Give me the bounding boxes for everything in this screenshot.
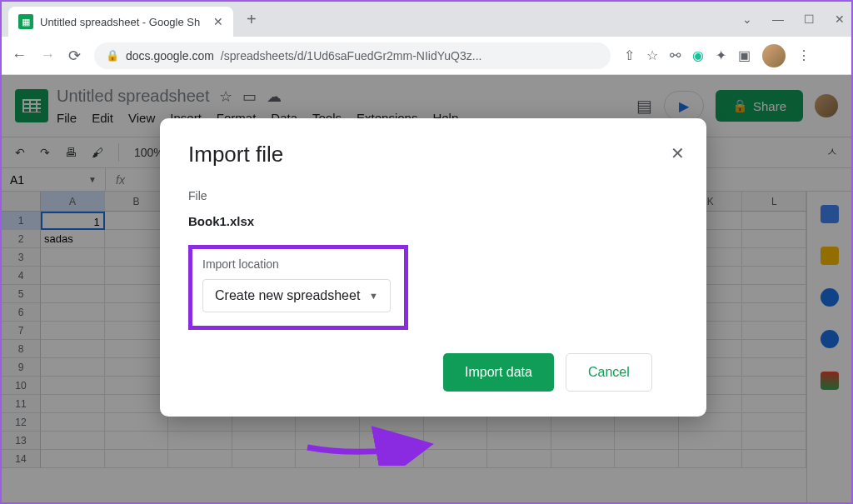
bookmark-icon[interactable]: ☆ <box>646 47 658 63</box>
annotation-highlight: Import location Create new spreadsheet ▼ <box>188 245 408 330</box>
import-location-dropdown[interactable]: Create new spreadsheet ▼ <box>202 279 391 312</box>
url-path: /spreadsheets/d/1Ud6saFuedGr2mm-NIidYuQ3… <box>221 49 482 62</box>
sheets-favicon: ▦ <box>18 14 33 29</box>
reading-list-icon[interactable]: ▣ <box>738 47 751 63</box>
extensions-icon[interactable]: ✦ <box>716 47 726 63</box>
chrome-menu-icon[interactable]: ⋮ <box>797 47 811 63</box>
new-tab-button[interactable]: + <box>237 10 267 29</box>
import-file-dialog: Import file ✕ File Book1.xlsx Import loc… <box>160 118 706 417</box>
profile-avatar[interactable] <box>762 44 786 67</box>
back-button[interactable]: ← <box>12 47 27 64</box>
tab-title: Untitled spreadsheet - Google Sh <box>40 16 200 28</box>
window-controls: ⌄ ― ☐ ✕ <box>742 12 845 26</box>
dialog-title: Import file <box>188 142 678 167</box>
maximize-icon[interactable]: ☐ <box>804 12 815 26</box>
annotation-arrow <box>303 424 445 466</box>
dropdown-value: Create new spreadsheet <box>215 288 360 303</box>
grammarly-icon[interactable]: ◉ <box>692 47 704 63</box>
cancel-button[interactable]: Cancel <box>566 353 652 392</box>
reload-button[interactable]: ⟳ <box>68 47 81 65</box>
file-name: Book1.xlsx <box>188 214 678 228</box>
file-label: File <box>188 189 678 202</box>
url-input[interactable]: 🔒 docs.google.com/spreadsheets/d/1Ud6saF… <box>94 42 611 69</box>
chevron-down-icon: ▼ <box>369 291 378 301</box>
import-location-label: Import location <box>202 257 394 271</box>
address-bar: ← → ⟳ 🔒 docs.google.com/spreadsheets/d/1… <box>2 37 851 75</box>
close-dialog-button[interactable]: ✕ <box>671 143 685 163</box>
import-data-button[interactable]: Import data <box>443 353 554 392</box>
browser-tab[interactable]: ▦ Untitled spreadsheet - Google Sh ✕ <box>8 7 233 37</box>
lock-icon: 🔒 <box>106 49 119 62</box>
close-window-icon[interactable]: ✕ <box>835 12 845 26</box>
minimize-icon[interactable]: ― <box>772 12 784 26</box>
chevron-down-icon[interactable]: ⌄ <box>742 12 752 26</box>
browser-tab-strip: ▦ Untitled spreadsheet - Google Sh ✕ + ⌄… <box>2 2 851 37</box>
link-icon[interactable]: ⚯ <box>670 47 681 63</box>
forward-button[interactable]: → <box>40 47 55 64</box>
url-domain: docs.google.com <box>126 49 214 62</box>
share-page-icon[interactable]: ⇧ <box>624 47 635 63</box>
close-tab-icon[interactable]: ✕ <box>213 15 223 28</box>
